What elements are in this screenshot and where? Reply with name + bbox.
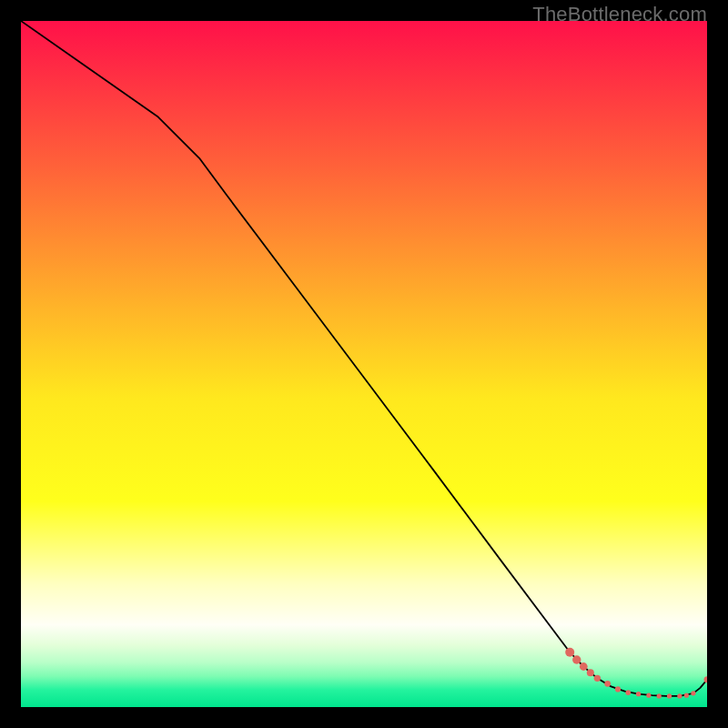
marker-point <box>572 655 581 663</box>
bottleneck-chart <box>21 21 707 707</box>
chart-stage: TheBottleneck.com <box>0 0 728 728</box>
marker-point <box>677 693 682 698</box>
gradient-bg <box>21 21 707 707</box>
marker-point <box>625 690 631 695</box>
marker-point <box>594 675 601 682</box>
marker-point <box>691 691 695 695</box>
marker-point <box>587 669 594 676</box>
marker-point <box>636 692 641 696</box>
marker-point <box>604 681 611 687</box>
marker-point <box>684 693 689 698</box>
marker-point <box>615 686 621 692</box>
marker-point <box>646 693 651 698</box>
marker-point <box>657 693 662 698</box>
marker-point <box>580 662 588 671</box>
marker-point <box>565 648 574 657</box>
marker-point <box>667 693 672 698</box>
watermark-text: TheBottleneck.com <box>532 3 707 26</box>
